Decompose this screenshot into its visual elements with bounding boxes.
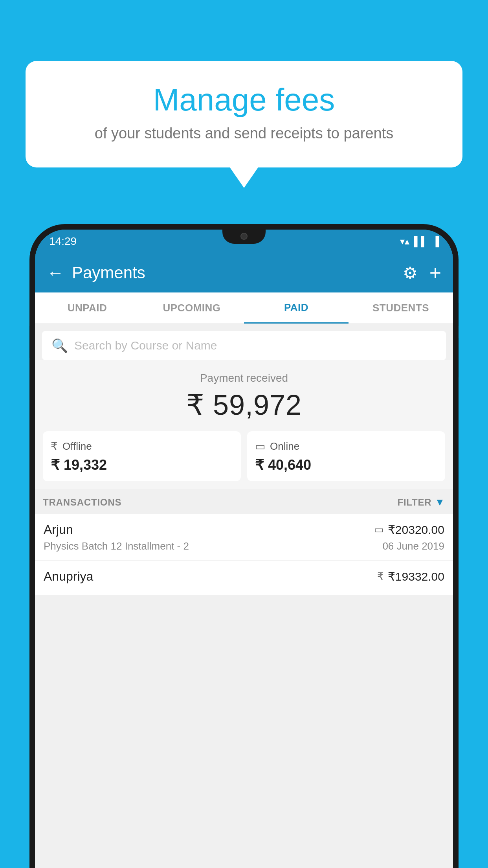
txn-bottom-1: Physics Batch 12 Installment - 2 06 June…	[44, 540, 444, 552]
txn-top-2: Anupriya ₹ ₹19332.00	[44, 569, 444, 584]
payment-total-amount: ₹ 59,972	[43, 388, 445, 421]
offline-icon: ₹	[51, 440, 58, 453]
online-card-header: ▭ Online	[255, 440, 437, 453]
tab-paid[interactable]: PAID	[244, 292, 349, 324]
txn-date-1: 06 June 2019	[382, 540, 444, 552]
filter-icon: ▼	[435, 496, 445, 508]
back-button[interactable]: ←	[47, 263, 64, 283]
filter-button[interactable]: FILTER ▼	[397, 496, 445, 508]
online-icon: ▭	[255, 440, 265, 453]
battery-icon: ▐	[432, 236, 439, 247]
phone-notch	[222, 230, 266, 244]
txn-amount-wrap-2: ₹ ₹19332.00	[377, 570, 444, 583]
status-icons: ▾▴ ▌▌ ▐	[400, 236, 439, 247]
txn-amount-wrap-1: ▭ ₹20320.00	[374, 523, 444, 537]
txn-name-2: Anupriya	[44, 569, 93, 584]
online-card: ▭ Online ₹ 40,640	[247, 431, 445, 481]
transaction-row[interactable]: Anupriya ₹ ₹19332.00	[35, 561, 453, 595]
tab-unpaid[interactable]: UNPAID	[35, 292, 139, 324]
bubble-subtitle: of your students and send receipts to pa…	[49, 125, 439, 142]
txn-name-1: Arjun	[44, 522, 73, 537]
txn-amount-2: ₹19332.00	[388, 570, 444, 583]
search-icon: 🔍	[51, 338, 68, 353]
content-area: 🔍 Search by Course or Name Payment recei…	[35, 324, 453, 868]
bubble-title: Manage fees	[49, 83, 439, 117]
online-label: Online	[270, 440, 299, 452]
camera	[240, 233, 248, 240]
tab-students[interactable]: STUDENTS	[349, 292, 453, 324]
filter-label: FILTER	[397, 497, 431, 508]
volume-button	[29, 326, 30, 358]
offline-amount: ₹ 19,332	[51, 457, 233, 473]
status-time: 14:29	[49, 235, 77, 248]
signal-icon: ▌▌	[414, 236, 427, 247]
add-button[interactable]: +	[429, 261, 441, 285]
tab-upcoming[interactable]: UPCOMING	[139, 292, 244, 324]
header-title: Payments	[72, 263, 403, 282]
wifi-icon: ▾▴	[400, 236, 409, 247]
power-button-2	[458, 338, 459, 377]
offline-card-header: ₹ Offline	[51, 440, 233, 453]
speech-bubble: Manage fees of your students and send re…	[26, 61, 462, 167]
txn-top-1: Arjun ▭ ₹20320.00	[44, 522, 444, 537]
txn-type-icon-1: ▭	[374, 524, 384, 536]
phone-screen: 14:29 ▾▴ ▌▌ ▐ ← Payments ⚙ + UNPAID UPCO…	[35, 230, 453, 868]
search-placeholder: Search by Course or Name	[74, 339, 217, 352]
payment-label: Payment received	[43, 372, 445, 384]
transactions-header: TRANSACTIONS FILTER ▼	[35, 489, 453, 514]
payment-summary: Payment received ₹ 59,972	[35, 360, 453, 431]
phone-frame: 14:29 ▾▴ ▌▌ ▐ ← Payments ⚙ + UNPAID UPCO…	[29, 224, 459, 868]
txn-course-1: Physics Batch 12 Installment - 2	[44, 540, 189, 552]
offline-card: ₹ Offline ₹ 19,332	[43, 431, 241, 481]
search-bar[interactable]: 🔍 Search by Course or Name	[42, 331, 446, 360]
app-header: ← Payments ⚙ +	[35, 253, 453, 292]
online-amount: ₹ 40,640	[255, 457, 437, 473]
settings-icon[interactable]: ⚙	[403, 263, 418, 283]
tabs-bar: UNPAID UPCOMING PAID STUDENTS	[35, 292, 453, 324]
offline-label: Offline	[62, 440, 92, 452]
txn-type-icon-2: ₹	[377, 570, 384, 583]
power-button-1	[458, 303, 459, 326]
transactions-label: TRANSACTIONS	[43, 497, 121, 508]
transaction-row[interactable]: Arjun ▭ ₹20320.00 Physics Batch 12 Insta…	[35, 514, 453, 561]
txn-amount-1: ₹20320.00	[388, 523, 444, 537]
payment-cards: ₹ Offline ₹ 19,332 ▭ Online ₹ 40,640	[35, 431, 453, 489]
